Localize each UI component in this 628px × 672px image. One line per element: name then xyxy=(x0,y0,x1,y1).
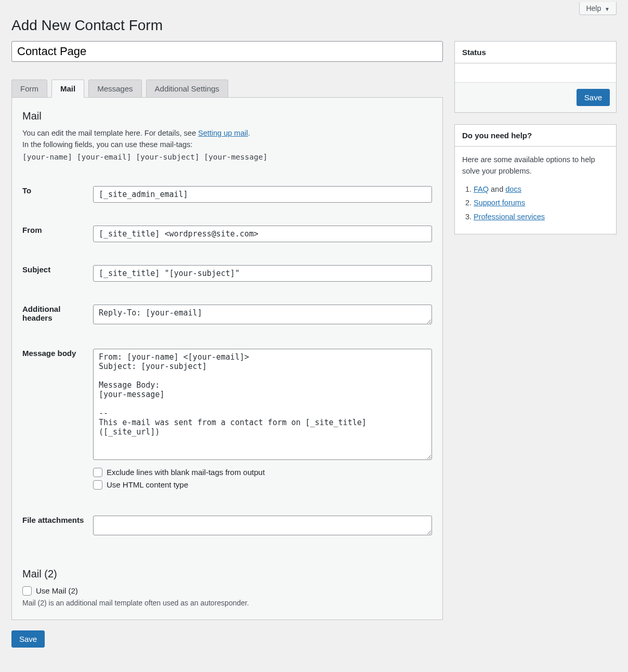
status-heading: Status xyxy=(455,42,616,63)
save-button[interactable]: Save xyxy=(11,630,45,648)
label-message-body: Message body xyxy=(22,337,93,504)
exclude-blank-checkbox[interactable] xyxy=(93,468,102,477)
use-mail2-row[interactable]: Use Mail (2) xyxy=(22,586,432,596)
file-attachments-input[interactable] xyxy=(93,516,432,535)
professional-services-link[interactable]: Professional services xyxy=(474,213,545,221)
mail-heading: Mail xyxy=(22,110,432,122)
mail-tags: [your-name] [your-email] [your-subject] … xyxy=(22,153,432,161)
use-mail2-label: Use Mail (2) xyxy=(36,586,78,595)
tab-form[interactable]: Form xyxy=(11,80,47,98)
mail-panel: Mail You can edit the mail template here… xyxy=(11,97,443,620)
exclude-blank-label: Exclude lines with blank mail-tags from … xyxy=(107,468,265,477)
page-title: Add New Contact Form xyxy=(11,17,617,34)
mail-intro-2: In the following fields, you can use the… xyxy=(22,139,432,150)
support-forums-link[interactable]: Support forums xyxy=(474,199,525,207)
additional-headers-input[interactable]: Reply-To: [your-email] xyxy=(93,305,432,324)
label-additional-headers: Additional headers xyxy=(22,293,93,337)
docs-link[interactable]: docs xyxy=(505,185,521,193)
help-label: Help xyxy=(586,4,601,12)
exclude-blank-row[interactable]: Exclude lines with blank mail-tags from … xyxy=(93,468,432,477)
help-button[interactable]: Help ▼ xyxy=(579,2,617,15)
mail-intro: You can edit the mail template here. For… xyxy=(22,127,432,139)
chevron-down-icon: ▼ xyxy=(605,6,610,12)
status-body xyxy=(455,63,616,82)
label-from: From xyxy=(22,214,93,254)
form-title-input[interactable] xyxy=(11,41,443,62)
mail2-heading: Mail (2) xyxy=(22,568,432,580)
subject-input[interactable] xyxy=(93,265,432,282)
label-file-attachments: File attachments xyxy=(22,504,93,548)
sidebar-save-button[interactable]: Save xyxy=(577,89,610,106)
use-html-checkbox[interactable] xyxy=(93,480,102,490)
use-html-row[interactable]: Use HTML content type xyxy=(93,480,432,490)
help-item-3: Professional services xyxy=(474,211,609,222)
from-input[interactable] xyxy=(93,226,432,242)
help-item-2: Support forums xyxy=(474,197,609,208)
tabs: Form Mail Messages Additional Settings xyxy=(11,80,443,98)
label-to: To xyxy=(22,173,93,214)
help-box-heading: Do you need help? xyxy=(455,125,616,147)
help-box: Do you need help? Here are some availabl… xyxy=(454,124,617,234)
message-body-input[interactable]: From: [your-name] <[your-email]> Subject… xyxy=(93,349,432,460)
status-box: Status Save xyxy=(454,41,617,113)
help-item-1: FAQ and docs xyxy=(474,183,609,195)
use-html-label: Use HTML content type xyxy=(107,480,188,489)
faq-link[interactable]: FAQ xyxy=(474,185,489,193)
use-mail2-checkbox[interactable] xyxy=(22,586,32,596)
mail2-description: Mail (2) is an additional mail template … xyxy=(22,599,432,607)
tab-additional-settings[interactable]: Additional Settings xyxy=(146,80,228,98)
tab-messages[interactable]: Messages xyxy=(88,80,141,98)
to-input[interactable] xyxy=(93,186,432,203)
help-box-text: Here are some available options to help … xyxy=(462,154,609,177)
setting-up-mail-link[interactable]: Setting up mail xyxy=(198,129,248,137)
tab-mail[interactable]: Mail xyxy=(51,80,84,98)
label-subject: Subject xyxy=(22,254,93,293)
